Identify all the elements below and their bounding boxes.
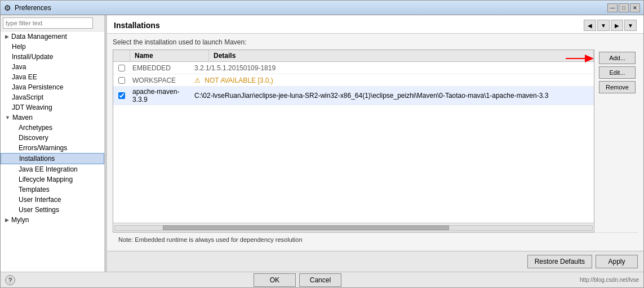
sidebar-item-discovery[interactable]: Discovery	[1, 133, 104, 143]
maximize-button[interactable]: □	[619, 3, 629, 12]
content-header: Installations ◀ ▼ ▶ ▼	[107, 15, 643, 34]
page-title: Installations	[114, 21, 160, 30]
instruction-text: Select the installation used to launch M…	[113, 38, 638, 46]
check-col-header	[113, 50, 130, 61]
title-bar-left: ⚙ Preferences	[4, 3, 51, 12]
note-text: Note: Embedded runtime is always used fo…	[113, 232, 638, 246]
sidebar-label: Java Persistence	[12, 83, 63, 91]
row-checkbox-cell[interactable]	[113, 92, 130, 99]
warning-icon: ⚠	[194, 76, 201, 84]
sidebar-label: Java EE Integration	[19, 165, 78, 173]
sidebar-label: Templates	[19, 186, 50, 194]
sidebar-label: Installations	[19, 155, 55, 163]
sidebar-item-errors-warnings[interactable]: Errors/Warnings	[1, 143, 104, 153]
dialog-button-row: Restore Defaults Apply	[107, 251, 643, 272]
apply-button[interactable]: Apply	[596, 255, 638, 268]
preferences-icon: ⚙	[4, 3, 11, 12]
edit-button[interactable]: Edit...	[599, 66, 636, 79]
sidebar-item-user-settings[interactable]: User Settings	[1, 205, 104, 215]
name-cell: EMBEDDED	[130, 63, 192, 73]
sidebar-label: Install/Update	[12, 53, 53, 61]
status-url: http://blog.csdn.net/lvse	[580, 277, 639, 283]
sidebar-item-maven[interactable]: ▼ Maven	[1, 112, 104, 123]
name-col-header: Name	[130, 50, 209, 61]
row-checkbox-cell[interactable]	[113, 65, 130, 71]
nav-arrows: ◀ ▼ ▶ ▼	[584, 20, 637, 31]
sidebar-label: Data Management	[11, 33, 67, 40]
back-button[interactable]: ◀	[584, 20, 596, 31]
sidebar-label: JDT Weaving	[12, 104, 52, 111]
sidebar-item-java-ee-integration[interactable]: Java EE Integration	[1, 164, 104, 174]
minimize-button[interactable]: —	[607, 3, 618, 12]
details-cell: ⚠ NOT AVAILABLE [3.0,)	[192, 75, 594, 86]
close-button[interactable]: ✕	[630, 3, 640, 12]
sidebar-label: Java EE	[12, 73, 37, 81]
sidebar-item-java[interactable]: Java	[1, 62, 104, 72]
sidebar: ▶ Data Management Help Install/Update Ja…	[1, 15, 105, 272]
sidebar-item-help[interactable]: Help	[1, 42, 104, 52]
sidebar-item-java-ee[interactable]: Java EE	[1, 72, 104, 82]
cancel-button[interactable]: Cancel	[299, 273, 341, 287]
table-row[interactable]: EMBEDDED 3.2.1/1.5.1.20150109-1819	[113, 62, 594, 74]
remove-button[interactable]: Remove	[599, 81, 636, 93]
table-body: EMBEDDED 3.2.1/1.5.1.20150109-1819 WORKS…	[113, 62, 594, 223]
forward-dropdown-button[interactable]: ▼	[624, 20, 637, 31]
row-checkbox[interactable]	[118, 65, 125, 71]
sidebar-label: User Settings	[19, 206, 59, 214]
sidebar-item-archetypes[interactable]: Archetypes	[1, 123, 104, 133]
sidebar-label: Java	[12, 63, 26, 71]
add-button[interactable]: Add...	[599, 52, 636, 64]
filter-input[interactable]	[3, 17, 93, 29]
sidebar-label: Errors/Warnings	[19, 144, 67, 152]
sidebar-item-data-management[interactable]: ▶ Data Management	[1, 32, 104, 42]
table-row[interactable]: WORKSPACE ⚠ NOT AVAILABLE [3.0,)	[113, 74, 594, 87]
content-body: Select the installation used to launch M…	[107, 34, 643, 251]
right-button-panel: Add... Edit... Remove	[597, 50, 638, 232]
horizontal-scrollbar[interactable]	[113, 223, 594, 232]
main-area: ▶ Data Management Help Install/Update Ja…	[1, 15, 643, 272]
restore-defaults-button[interactable]: Restore Defaults	[527, 255, 592, 268]
sidebar-label: Discovery	[19, 134, 48, 142]
installations-table: Name Details EMBEDDED 3.2.1/1.5.1.201501…	[113, 50, 594, 232]
sidebar-item-javascript[interactable]: JavaScript	[1, 92, 104, 102]
forward-button[interactable]: ▶	[611, 20, 623, 31]
not-available-text: NOT AVAILABLE [3.0,)	[205, 76, 273, 84]
sidebar-label: Help	[12, 43, 26, 51]
window-title: Preferences	[15, 4, 51, 12]
sidebar-item-install-update[interactable]: Install/Update	[1, 52, 104, 62]
ok-button[interactable]: OK	[254, 273, 296, 287]
content-area: Installations ◀ ▼ ▶ ▼ Select the install…	[107, 15, 643, 272]
name-cell: apache-maven-3.3.9	[130, 87, 192, 105]
details-cell: C:\02-lvseRuanJian\eclipse-jee-luna-SR2-…	[192, 91, 594, 101]
sidebar-item-jdt-weaving[interactable]: JDT Weaving	[1, 102, 104, 112]
row-checkbox[interactable]	[118, 77, 125, 84]
sidebar-label: User Interface	[19, 196, 61, 204]
sidebar-label: Lifecycle Mapping	[19, 176, 73, 183]
row-checkbox-cell[interactable]	[113, 77, 130, 84]
sidebar-label: Mylyn	[11, 216, 29, 224]
sidebar-label: JavaScript	[12, 93, 43, 101]
sidebar-label: Maven	[12, 114, 33, 122]
sidebar-item-installations[interactable]: Installations	[1, 153, 104, 164]
table-header: Name Details	[113, 50, 594, 62]
row-checkbox[interactable]	[118, 92, 125, 99]
name-cell: WORKSPACE	[130, 75, 192, 86]
back-dropdown-button[interactable]: ▼	[597, 20, 610, 31]
sidebar-item-mylyn[interactable]: ▶ Mylyn	[1, 215, 104, 225]
sidebar-label: Archetypes	[19, 124, 52, 132]
sidebar-item-lifecycle-mapping[interactable]: Lifecycle Mapping	[1, 174, 104, 184]
details-col-header: Details	[209, 50, 594, 61]
preferences-window: ⚙ Preferences — □ ✕ ▶ Data Management He…	[0, 0, 644, 288]
details-cell: 3.2.1/1.5.1.20150109-1819	[192, 63, 594, 73]
help-button[interactable]: ?	[5, 275, 15, 285]
scrollbar-thumb[interactable]	[163, 226, 449, 230]
title-bar: ⚙ Preferences — □ ✕	[1, 1, 643, 15]
expand-icon: ▶	[5, 34, 9, 39]
table-row[interactable]: apache-maven-3.3.9 C:\02-lvseRuanJian\ec…	[113, 87, 594, 105]
sidebar-item-templates[interactable]: Templates	[1, 184, 104, 195]
scrollbar-track[interactable]	[114, 225, 593, 231]
title-bar-controls: — □ ✕	[607, 3, 640, 12]
sidebar-item-java-persistence[interactable]: Java Persistence	[1, 82, 104, 92]
bottom-bar: ? OK Cancel http://blog.csdn.net/lvse	[1, 272, 643, 287]
sidebar-item-user-interface[interactable]: User Interface	[1, 195, 104, 205]
